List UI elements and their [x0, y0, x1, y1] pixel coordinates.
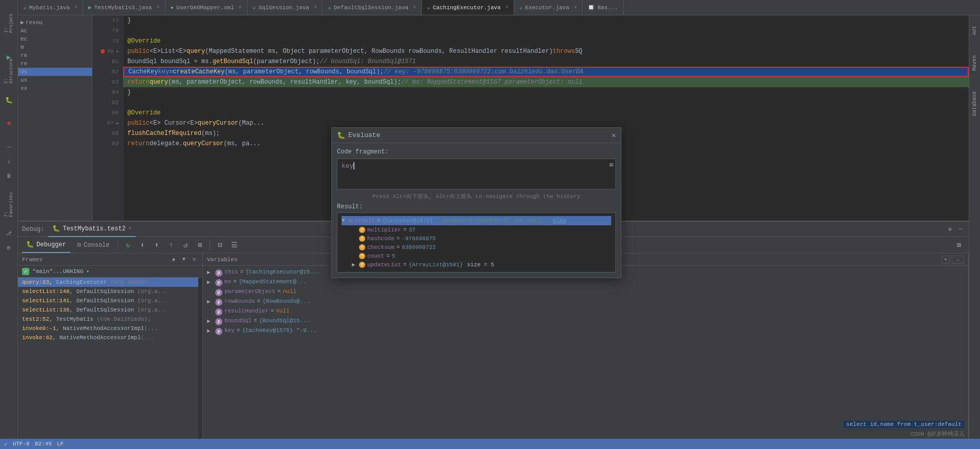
table-view-btn[interactable]: ⊟ — [214, 240, 225, 251]
tab-close-userdaomapper[interactable]: × — [239, 5, 242, 10]
var-boundsql-expand[interactable]: ▶ — [207, 318, 213, 324]
frames-scrollbar[interactable] — [198, 278, 202, 449]
debug-tab-session-close[interactable]: × — [128, 226, 131, 231]
stop-sidebar-icon[interactable]: ■ — [4, 119, 14, 129]
var-resulthandler[interactable]: ▶ p resultHandler = null — [203, 307, 968, 317]
tab-close-testmybatis3[interactable]: × — [157, 5, 160, 10]
var-key-expand[interactable]: ▶ — [207, 327, 213, 334]
tree-us[interactable]: Us — [18, 68, 92, 76]
result-field-multiplier[interactable]: ▶ f multiplier = 37 — [352, 225, 611, 234]
terminal-icon[interactable]: ⊞ — [4, 243, 14, 253]
run-to-cursor-btn[interactable]: ↺ — [180, 240, 191, 251]
structure-icon[interactable]: 2: Structure — [4, 66, 14, 76]
tab-debugger[interactable]: 🐛 Debugger — [22, 238, 70, 253]
expand-input-btn[interactable]: ⊞ — [610, 161, 613, 169]
result-field-updatelist[interactable]: ▶ f updateList = {ArrayList@1581} size =… — [352, 260, 611, 269]
tree-us2[interactable]: us — [18, 76, 92, 84]
list-view-btn[interactable]: ☰ — [229, 240, 240, 251]
tab-executor[interactable]: ☕ Executor.java × — [514, 0, 582, 15]
result-updatelist-expand[interactable]: ▶ — [352, 261, 357, 268]
settings-btn[interactable]: ⚙ — [946, 225, 954, 233]
tab-sqlsession[interactable]: ☕ SqlSession.java × — [248, 0, 323, 15]
tree-re[interactable]: re — [18, 51, 92, 60]
tab-defaultsqlsession[interactable]: ☕ DefaultSqlSession.java × — [323, 0, 422, 15]
minimize-btn[interactable]: — — [956, 225, 965, 233]
project-icon[interactable]: 1: Project — [4, 18, 14, 28]
debug-sidebar-icon[interactable]: 🐛 — [4, 95, 14, 105]
tab-close-sqlsession[interactable]: × — [314, 5, 317, 10]
csdn-watermark: CSDN @岁岁种桃花儿 — [910, 430, 965, 438]
pause-sidebar-icon[interactable]: ⏸ — [4, 171, 14, 181]
tab-bas[interactable]: 🔲 Bas... — [582, 0, 624, 15]
frame-item-6[interactable]: invoke:62, NativeMethodAccessorImpl(... — [18, 333, 198, 342]
result-field-checksum[interactable]: ▶ f checksum = 6380909722 — [352, 243, 611, 251]
status-line: 82:45 — [35, 441, 52, 447]
line-gutter: 77 78 79 80 ✦ 81 82 83 84 85 86 87 ✦ 88 … — [92, 15, 123, 221]
var-rowbounds-expand[interactable]: ▶ — [207, 298, 213, 305]
frame-item-2[interactable]: selectList:141, DefaultSqlSession (org.a… — [18, 296, 198, 305]
frame-item-4[interactable]: test2:52, TestMybatis (com.baizhiedu). — [18, 315, 198, 324]
tab-cachingexecutor[interactable]: ☕ CachingExecutor.java × — [422, 0, 514, 15]
result-root-row[interactable]: ▼ ∞ result = {CacheKey@1575} "-976698875… — [342, 216, 611, 225]
tab-testmybatis3[interactable]: ▶ TestMybatis3.java × — [83, 0, 165, 15]
result-field-hashcode[interactable]: ▶ f hashcode = -976698875 — [352, 234, 611, 243]
evaluate-btn[interactable]: ⊞ — [194, 240, 205, 251]
frames-up-btn[interactable]: ▲ — [169, 256, 178, 264]
frame-item-3[interactable]: selectList:136, DefaultSqlSession (org.a… — [18, 305, 198, 315]
var-boundsql[interactable]: ▶ p boundSql = {BoundSql@15... — [203, 317, 968, 326]
file-tree: ▶ resou Ac ec m re re Us us xx — [18, 15, 92, 221]
sql-icon: ☕ — [253, 4, 256, 11]
frames-down-btn[interactable]: ▼ — [180, 256, 188, 264]
tree-ec[interactable]: ec — [18, 35, 92, 43]
breakpoint-80[interactable] — [101, 49, 105, 53]
var-key[interactable]: ▶ p key = {CacheKey@1575} "-9... — [203, 326, 968, 336]
tab-close-defaultsqlsession[interactable]: × — [413, 5, 416, 10]
result-checksum-expand: ▶ — [352, 244, 357, 250]
refresh-btn[interactable]: ↻ — [122, 240, 134, 251]
var-rowbounds[interactable]: ▶ p rowBounds = {RowBounds@... — [203, 297, 968, 307]
frames-filter-btn[interactable]: ▽ — [190, 256, 198, 264]
frame-item-0[interactable]: query:83, CachingExecutor (org.apache... — [18, 278, 198, 287]
dialog-hint: Press Alt+向下箭头, Alt+向上箭头 to navigate thr… — [337, 189, 616, 203]
step-over-sidebar-icon[interactable]: → — [4, 142, 14, 152]
dialog-close-btn[interactable]: ✕ — [612, 131, 616, 140]
frame-item-1[interactable]: selectList:148, DefaultSqlSession (org.a… — [18, 287, 198, 296]
ant-panel-label[interactable]: Ant — [972, 26, 977, 35]
view-link[interactable]: View — [553, 218, 566, 224]
tab-console[interactable]: ⊡ Console — [73, 238, 114, 253]
more-options-btn[interactable]: … — [952, 256, 964, 264]
git-icon[interactable]: ⎇ — [4, 228, 14, 239]
layout-btn[interactable]: ⊞ — [953, 240, 965, 251]
dialog-input-area[interactable]: key ⊞ — [337, 159, 616, 189]
tree-ac[interactable]: Ac — [18, 27, 92, 35]
step-out-btn[interactable]: ↑ — [165, 240, 177, 251]
xml-icon: ✦ — [171, 4, 174, 11]
step-up-btn[interactable]: ⬆ — [151, 240, 162, 251]
step-into-sidebar-icon[interactable]: ↓ — [4, 157, 14, 167]
tree-m[interactable]: m — [18, 43, 92, 51]
var-parameterobject[interactable]: ▶ p parameterObject = null — [203, 287, 968, 297]
thread-dropdown-icon[interactable]: ▾ — [86, 268, 89, 275]
add-watch-btn[interactable]: + — [941, 256, 950, 264]
tab-close-cachingexecutor[interactable]: × — [505, 5, 508, 10]
tree-re2[interactable]: re — [18, 60, 92, 68]
tab-close-executor[interactable]: × — [574, 5, 577, 10]
database-panel-label[interactable]: Database — [972, 91, 977, 116]
var-this-expand[interactable]: ▶ — [207, 269, 213, 276]
step-down-btn[interactable]: ⬇ — [137, 240, 148, 251]
maven-panel-label[interactable]: Maven — [972, 55, 977, 71]
tab-close-mybatis[interactable]: × — [74, 5, 78, 10]
tree-xx[interactable]: xx — [18, 84, 92, 92]
favorites-icon[interactable]: 7: Favorites — [4, 200, 14, 210]
tab-mybatis[interactable]: ☕ Mybatis.java × — [18, 0, 83, 15]
var-ms[interactable]: ▶ p ms = {MappedStatement@... — [203, 278, 968, 287]
result-root-expand[interactable]: ▼ — [342, 218, 347, 224]
tree-resou[interactable]: ▶ resou — [18, 18, 92, 27]
debug-tab-session[interactable]: 🐛 TestMybatis.test2 × — [48, 222, 135, 237]
result-field-count[interactable]: ▶ f count = 5 — [352, 251, 611, 260]
frames-panel: Frames ▲ ▼ ▽ ✓ "main"...UNNING ▾ query:8… — [18, 253, 203, 449]
toolbar-separator-1 — [118, 240, 118, 250]
tab-userdaomapper[interactable]: ✦ UserDAOMapper.xml × — [165, 0, 248, 15]
frame-item-5[interactable]: invoke0:-1, NativeMethodAccessorImpl(... — [18, 324, 198, 333]
var-ms-expand[interactable]: ▶ — [207, 279, 213, 285]
